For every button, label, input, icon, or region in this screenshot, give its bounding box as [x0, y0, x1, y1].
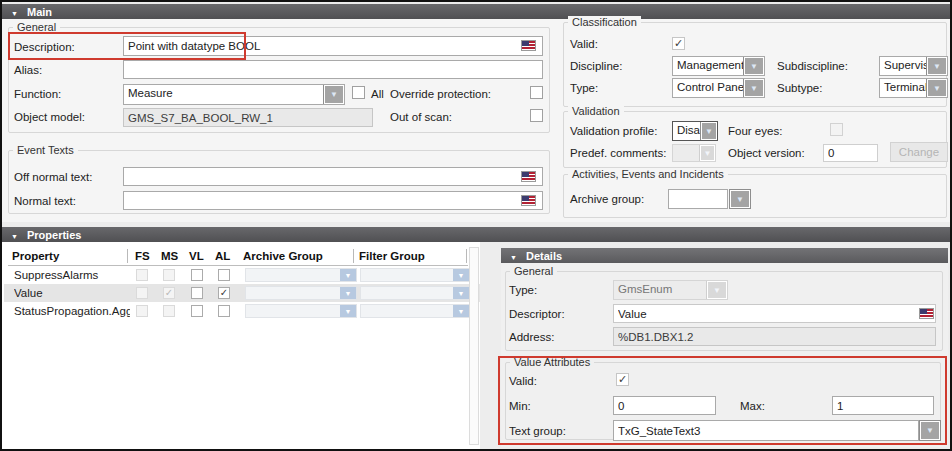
min-label: Min: — [509, 400, 531, 412]
valid-checkbox[interactable]: ✓ — [672, 37, 685, 50]
chevron-down-icon: ▼ — [736, 195, 744, 204]
ms-checkbox — [163, 305, 175, 317]
validation-profile-label: Validation profile: — [570, 125, 657, 137]
al-checkbox[interactable] — [218, 305, 230, 317]
us-flag-icon[interactable] — [521, 195, 536, 206]
text-group-input[interactable] — [613, 420, 919, 441]
function-value: Measure — [124, 85, 323, 104]
al-checkbox[interactable] — [218, 269, 230, 281]
column-header-vl[interactable]: VL — [189, 250, 204, 262]
main-panel-title: Main — [27, 6, 52, 18]
validation-profile-value: Disab — [673, 122, 700, 140]
out-of-scan-checkbox[interactable] — [530, 109, 543, 122]
all-label: All — [371, 88, 384, 100]
properties-panel-header[interactable]: Properties — [2, 227, 950, 242]
column-header-filter-group[interactable]: Filter Group — [359, 250, 425, 262]
subdiscipline-dropdown[interactable]: Supervision — [879, 56, 948, 76]
discipline-value: Management Sys — [673, 57, 743, 75]
chevron-down-icon[interactable] — [743, 79, 764, 97]
classification-group-label: Classification — [568, 16, 641, 28]
column-header-fs[interactable]: FS — [135, 250, 150, 262]
object-version-label: Object version: — [728, 147, 805, 159]
ms-checkbox — [163, 269, 175, 281]
alias-input[interactable] — [123, 60, 543, 79]
text-group-dropdown-button[interactable]: ▼ — [919, 420, 941, 441]
property-name: Value — [14, 287, 130, 299]
archive-group-dropdown[interactable] — [245, 268, 357, 282]
details-type-label: Type: — [509, 284, 537, 296]
fs-checkbox — [136, 287, 148, 299]
subtype-value: Terminal — [880, 79, 926, 97]
object-model-field — [123, 108, 373, 127]
min-input[interactable] — [613, 396, 716, 415]
column-header-archive-group[interactable]: Archive Group — [243, 250, 323, 262]
archive-group-dropdown[interactable] — [245, 286, 357, 300]
column-header-ms[interactable]: MS — [161, 250, 178, 262]
filter-group-dropdown[interactable] — [360, 268, 470, 282]
details-valid-label: Valid: — [509, 375, 537, 387]
collapse-triangle-icon[interactable] — [11, 6, 27, 18]
discipline-label: Discipline: — [570, 60, 622, 72]
chevron-down-icon — [706, 281, 727, 299]
description-input[interactable] — [123, 36, 543, 56]
discipline-dropdown[interactable]: Management Sys — [672, 56, 765, 76]
type-dropdown[interactable]: Control Panel — [672, 78, 765, 98]
general-group-label: General — [13, 21, 60, 33]
object-version-field[interactable] — [823, 144, 878, 162]
change-button[interactable]: Change — [890, 142, 948, 162]
address-label: Address: — [509, 331, 554, 343]
archive-group-dropdown[interactable] — [245, 304, 357, 318]
properties-table-body: SuppressAlarmsValue✓✓StatusPropagation.A… — [2, 266, 480, 326]
max-label: Max: — [740, 400, 765, 412]
vl-checkbox[interactable] — [191, 269, 203, 281]
predef-comments-dropdown — [672, 144, 716, 162]
archive-group-field[interactable] — [668, 189, 728, 209]
descriptor-input[interactable] — [613, 304, 936, 323]
chevron-down-icon[interactable] — [926, 57, 947, 75]
filter-group-dropdown[interactable] — [360, 304, 470, 318]
collapse-triangle-icon[interactable] — [11, 229, 27, 241]
table-row[interactable]: Value✓✓ — [4, 284, 480, 302]
normal-text-input[interactable] — [123, 191, 543, 210]
archive-group-dropdown-button[interactable]: ▼ — [729, 189, 751, 209]
all-checkbox[interactable] — [352, 86, 365, 99]
column-header-al[interactable]: AL — [215, 250, 230, 262]
off-normal-text-input[interactable] — [123, 167, 543, 186]
vertical-scrollbar[interactable] — [469, 247, 479, 445]
out-of-scan-label: Out of scan: — [390, 111, 452, 123]
table-row[interactable]: StatusPropagation.Aggregat — [4, 302, 480, 320]
us-flag-icon[interactable] — [521, 171, 536, 182]
column-header-property[interactable]: Property — [12, 250, 59, 262]
override-protection-checkbox[interactable] — [530, 86, 543, 99]
event-texts-group-label: Event Texts — [13, 144, 78, 156]
chevron-down-icon[interactable] — [743, 57, 764, 75]
max-input[interactable] — [832, 396, 934, 415]
collapse-triangle-icon[interactable] — [510, 250, 526, 262]
chevron-down-icon — [340, 269, 356, 281]
activities-group-label: Activities, Events and Incidents — [568, 168, 728, 180]
vl-checkbox[interactable] — [191, 305, 203, 317]
chevron-down-icon[interactable] — [323, 85, 344, 104]
details-valid-checkbox[interactable]: ✓ — [616, 373, 629, 386]
filter-group-dropdown[interactable] — [360, 286, 470, 300]
subtype-dropdown[interactable]: Terminal — [879, 78, 948, 98]
chevron-down-icon[interactable] — [926, 79, 947, 97]
text-group-label: Text group: — [509, 425, 566, 437]
table-row[interactable]: SuppressAlarms — [4, 266, 480, 284]
main-panel-header[interactable]: Main — [2, 4, 950, 19]
details-panel-header[interactable]: Details — [501, 248, 948, 263]
valid-label: Valid: — [570, 38, 598, 50]
function-dropdown[interactable]: Measure — [123, 84, 345, 105]
vl-checkbox[interactable] — [191, 287, 203, 299]
predef-comments-value — [673, 145, 699, 161]
fs-checkbox — [136, 305, 148, 317]
al-checkbox[interactable]: ✓ — [218, 287, 230, 299]
chevron-down-icon[interactable] — [700, 122, 717, 140]
us-flag-icon[interactable] — [919, 308, 934, 319]
subdiscipline-value: Supervision — [880, 57, 926, 75]
column-divider — [466, 249, 467, 263]
details-type-value: GmsEnum — [614, 281, 706, 299]
validation-profile-dropdown[interactable]: Disab — [672, 121, 718, 141]
details-general-group-label: General — [510, 265, 557, 277]
us-flag-icon[interactable] — [521, 40, 536, 51]
